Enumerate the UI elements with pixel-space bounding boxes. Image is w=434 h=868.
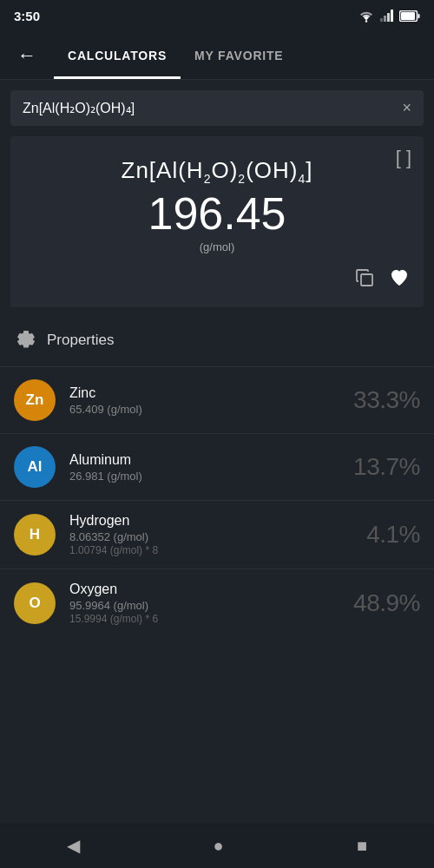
bracket-icon[interactable]: [ ] [396, 147, 411, 169]
element-badge: Al [14, 446, 56, 488]
nav-tabs: CALCULATORS MY FAVORITE [54, 31, 420, 79]
signal-icon [380, 10, 394, 22]
svg-point-0 [365, 20, 367, 22]
properties-header: Properties [0, 314, 434, 366]
element-name: Hydrogen [69, 513, 352, 529]
element-row: Al Aluminum 26.981 (g/mol) 13.7% [0, 433, 434, 500]
element-row: O Oxygen 95.9964 (g/mol) 15.9994 (g/mol)… [0, 569, 434, 637]
element-row: Zn Zinc 65.409 (g/mol) 33.3% [0, 366, 434, 433]
nav-bar: ← CALCULATORS MY FAVORITE [0, 31, 434, 80]
element-info: Aluminum 26.981 (g/mol) [69, 452, 339, 483]
wifi-icon [358, 10, 375, 23]
element-mol: 65.409 (g/mol) [69, 403, 339, 416]
nav-back-button[interactable]: ◀ [46, 828, 101, 863]
favorite-button[interactable] [389, 267, 410, 293]
svg-rect-1 [380, 18, 383, 22]
element-row: H Hydrogen 8.06352 (g/mol) 1.00794 (g/mo… [0, 500, 434, 569]
element-badge: Zn [14, 379, 56, 421]
status-icons [358, 10, 420, 23]
status-time: 3:50 [14, 9, 40, 23]
element-info: Hydrogen 8.06352 (g/mol) 1.00794 (g/mol)… [69, 513, 352, 556]
search-input-value[interactable]: Zn[Al(H₂O)₂(OH)₄] [23, 100, 402, 116]
element-name: Oxygen [69, 582, 339, 597]
formula-text: Zn[Al(H2O)2(OH)4] [24, 157, 410, 186]
svg-rect-8 [361, 274, 372, 286]
element-percent: 13.7% [353, 453, 420, 481]
element-mol: 8.06352 (g/mol) [69, 530, 352, 543]
formula-unit: (g/mol) [24, 240, 410, 253]
element-detail: 15.9994 (g/mol) * 6 [69, 613, 339, 625]
nav-home-button[interactable]: ● [192, 829, 244, 863]
svg-rect-3 [387, 13, 390, 22]
svg-rect-4 [391, 10, 393, 22]
element-name: Zinc [69, 385, 339, 401]
svg-rect-6 [418, 14, 420, 18]
search-bar: Zn[Al(H₂O)₂(OH)₄] × [10, 90, 424, 126]
element-detail: 1.00794 (g/mol) * 8 [69, 544, 352, 556]
element-name: Aluminum [69, 452, 339, 468]
element-rows: Zn Zinc 65.409 (g/mol) 33.3% Al Aluminum… [0, 366, 434, 637]
back-button[interactable]: ← [14, 41, 40, 70]
formula-display: Zn[Al(H2O)2(OH)4] [24, 157, 410, 186]
element-badge: H [14, 514, 56, 556]
search-clear-button[interactable]: × [402, 99, 411, 117]
formula-card: [ ] Zn[Al(H2O)2(OH)4] 196.45 (g/mol) [10, 136, 424, 307]
tab-calculators[interactable]: CALCULATORS [54, 31, 181, 79]
status-bar: 3:50 [0, 0, 434, 31]
element-percent: 33.3% [353, 386, 420, 414]
battery-icon [399, 10, 420, 22]
element-percent: 48.9% [353, 589, 420, 617]
element-badge: O [14, 582, 56, 624]
element-info: Zinc 65.409 (g/mol) [69, 385, 339, 416]
bottom-nav: ◀ ● ■ [0, 823, 434, 868]
element-mol: 26.981 (g/mol) [69, 470, 339, 483]
properties-label: Properties [47, 332, 114, 349]
element-mol: 95.9964 (g/mol) [69, 599, 339, 612]
formula-mass: 196.45 [24, 189, 410, 239]
svg-rect-2 [384, 16, 386, 22]
copy-button[interactable] [354, 267, 375, 293]
svg-rect-7 [401, 12, 415, 20]
formula-actions [24, 267, 410, 293]
tab-my-favorite[interactable]: MY FAVORITE [181, 31, 297, 79]
nav-recent-button[interactable]: ■ [336, 829, 388, 863]
element-info: Oxygen 95.9964 (g/mol) 15.9994 (g/mol) *… [69, 582, 339, 625]
gear-icon [14, 326, 36, 354]
element-percent: 4.1% [366, 521, 420, 549]
